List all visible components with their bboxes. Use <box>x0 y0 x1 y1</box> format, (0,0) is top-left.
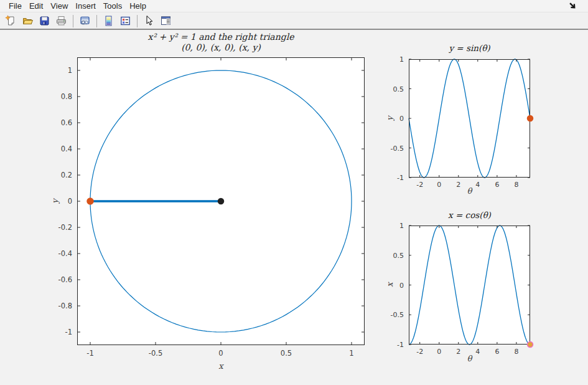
edit-plot-pointer-icon <box>143 15 155 27</box>
menu-file[interactable]: File <box>5 1 26 11</box>
insert-legend-button[interactable] <box>117 14 134 28</box>
svg-text:1: 1 <box>399 222 404 230</box>
svg-text:1: 1 <box>399 55 404 64</box>
save-icon <box>39 15 50 27</box>
svg-text:-1: -1 <box>86 349 93 358</box>
menu-bar: File Edit View Insert Tools Help <box>0 0 588 12</box>
link-plots-button[interactable] <box>77 14 93 28</box>
svg-text:-1: -1 <box>65 328 72 336</box>
svg-text:0.5: 0.5 <box>393 85 404 93</box>
svg-text:0: 0 <box>218 349 223 358</box>
cos-plot-xlabel: θ <box>409 354 530 363</box>
svg-text:1: 1 <box>349 349 353 358</box>
svg-text:-0.4: -0.4 <box>58 249 72 258</box>
menu-view[interactable]: View <box>47 1 72 11</box>
main-plot-axes[interactable]: -1-0.500.51-1-0.8-0.6-0.4-0.200.20.40.60… <box>77 57 365 345</box>
svg-text:-0.5: -0.5 <box>391 145 404 153</box>
svg-text:-1: -1 <box>397 341 404 349</box>
figure-toolbar <box>0 13 588 30</box>
open-folder-icon <box>22 15 34 27</box>
main-plot-title: x² + y² = 1 and the right triangle (0, 0… <box>77 32 365 52</box>
menu-edit[interactable]: Edit <box>26 1 47 11</box>
sin-plot-ylabel: y <box>385 116 394 120</box>
svg-text:-0.2: -0.2 <box>58 223 72 232</box>
insert-legend-icon <box>119 15 131 27</box>
marker-sin-theta-point[interactable] <box>528 116 533 121</box>
svg-text:0.2: 0.2 <box>61 171 72 179</box>
marker-cos-theta-point[interactable] <box>528 342 533 348</box>
plot-tools-icon <box>160 15 172 27</box>
sin-plot-title: y = sin(θ) <box>409 43 530 53</box>
save-button[interactable] <box>36 14 53 28</box>
menu-help[interactable]: Help <box>126 1 150 11</box>
svg-text:0.5: 0.5 <box>393 252 404 260</box>
sin-plot-xlabel: θ <box>409 186 530 196</box>
svg-text:-0.6: -0.6 <box>58 275 72 284</box>
menu-tools[interactable]: Tools <box>100 1 126 11</box>
svg-text:0.4: 0.4 <box>61 145 72 153</box>
toolbar-separator <box>137 15 138 27</box>
edit-plot-button[interactable] <box>141 14 157 28</box>
cos-plot-ylabel: x <box>385 282 394 287</box>
insert-colorbar-icon <box>103 15 114 27</box>
svg-text:1: 1 <box>68 66 72 75</box>
mouse-cursor-icon <box>566 1 579 11</box>
print-button[interactable] <box>53 14 70 28</box>
svg-text:0: 0 <box>68 197 72 206</box>
svg-text:0: 0 <box>399 282 404 290</box>
main-plot-ylabel: y <box>50 199 60 203</box>
svg-text:0.8: 0.8 <box>61 92 72 101</box>
marker-point-on-circle[interactable] <box>87 198 93 204</box>
print-icon <box>55 15 67 27</box>
svg-text:-1: -1 <box>397 174 404 182</box>
new-document-icon <box>5 15 17 27</box>
svg-text:-0.8: -0.8 <box>58 302 72 310</box>
marker-origin-point[interactable] <box>218 199 224 204</box>
cos-plot-axes[interactable]: -202468-1-0.500.51 <box>409 226 530 345</box>
toolbar-separator <box>73 15 73 27</box>
plot-tools-button[interactable] <box>157 14 174 28</box>
open-folder-button[interactable] <box>19 14 36 28</box>
svg-text:0.5: 0.5 <box>281 349 292 358</box>
svg-text:0.6: 0.6 <box>61 118 72 127</box>
new-document-button[interactable] <box>2 14 19 28</box>
menu-insert[interactable]: Insert <box>72 1 100 11</box>
main-plot-xlabel: x <box>77 361 365 371</box>
svg-text:-0.5: -0.5 <box>149 349 162 358</box>
sin-plot-axes[interactable]: -202468-1-0.500.51 <box>409 59 530 178</box>
main-plot-title-line2: (0, 0), (x, 0), (x, y) <box>77 42 365 53</box>
toolbar-separator <box>96 15 97 27</box>
link-plots-icon <box>79 15 91 27</box>
cos-plot-title: x = cos(θ) <box>409 210 530 220</box>
svg-text:0: 0 <box>399 115 404 123</box>
svg-text:-0.5: -0.5 <box>391 311 404 319</box>
main-plot-title-line1: x² + y² = 1 and the right triangle <box>77 32 365 42</box>
insert-colorbar-button[interactable] <box>100 14 117 28</box>
